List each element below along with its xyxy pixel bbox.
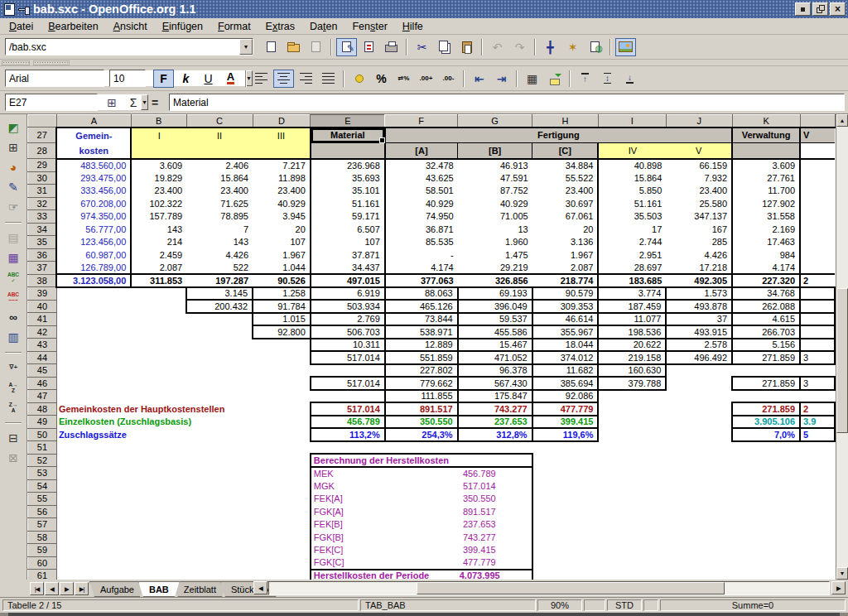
row-header-53[interactable]: 53	[28, 467, 57, 480]
row-header-50[interactable]: 50	[28, 428, 57, 441]
row-header-59[interactable]: 59	[28, 544, 57, 557]
cell-I37[interactable]: 28.697	[598, 262, 666, 275]
row-header-42[interactable]: 42	[28, 325, 57, 339]
calc-label-FGKA[interactable]: FGK[A]	[311, 505, 385, 518]
cell-F36[interactable]: -	[385, 248, 458, 262]
percent-format-button[interactable]: %	[371, 70, 392, 88]
cell-F50[interactable]: 254,3%	[385, 428, 458, 441]
cell-D27[interactable]: III	[253, 128, 311, 143]
navigator-icon[interactable]: ╋	[540, 38, 561, 56]
row-header-47[interactable]: 47	[28, 390, 57, 403]
cell-G38[interactable]: 326.856	[458, 274, 532, 287]
save-icon[interactable]	[306, 38, 326, 56]
cell-I48[interactable]	[598, 402, 666, 416]
row-label-50[interactable]: Zuschlagssätze	[56, 428, 310, 441]
formula-input[interactable]	[170, 94, 844, 110]
cell-K34[interactable]: 2.169	[732, 223, 800, 236]
cell-I45[interactable]: 160.630	[598, 364, 666, 378]
cell-H49[interactable]: 399.415	[532, 416, 599, 429]
cell-J40[interactable]: 493.878	[666, 300, 732, 313]
calc-value-MEK[interactable]: 456.789	[385, 467, 532, 480]
underline-button[interactable]: U	[198, 70, 219, 88]
cell-F29[interactable]: 32.478	[385, 159, 458, 172]
autofilter-icon[interactable]: ∇+	[2, 358, 24, 378]
cell-L42[interactable]	[800, 325, 835, 339]
cell-H42[interactable]: 355.967	[532, 325, 599, 339]
cell-F40[interactable]: 465.126	[385, 300, 458, 313]
cell-H28[interactable]: [C]	[532, 143, 599, 159]
row-header-36[interactable]: 36	[28, 248, 57, 262]
cell-E50[interactable]: 113,2%	[311, 428, 385, 441]
menu-item-datei[interactable]: Datei	[2, 19, 41, 34]
column-header-F[interactable]: F	[385, 115, 458, 128]
cell-J48[interactable]	[666, 402, 732, 416]
column-header-B[interactable]: B	[131, 115, 186, 128]
cell-L43[interactable]	[800, 339, 835, 352]
cell-D36[interactable]: 1.967	[253, 248, 311, 262]
cells-empty-left-40[interactable]	[56, 300, 186, 313]
sum-icon[interactable]: Σ	[123, 94, 143, 111]
cell-B29[interactable]: 3.609	[131, 159, 186, 172]
row-header-44[interactable]: 44	[28, 351, 57, 364]
cell-G50[interactable]: 312,8%	[458, 428, 532, 441]
cell-K49[interactable]: 3.905.106	[732, 416, 800, 429]
column-header-E[interactable]: E	[311, 115, 385, 128]
cell-H31[interactable]: 23.400	[532, 185, 599, 198]
cell-K33[interactable]: 31.558	[732, 210, 800, 224]
cells-empty-left-61[interactable]	[56, 570, 310, 580]
cell-L44[interactable]: 3	[800, 351, 835, 364]
calc-label-FGKB[interactable]: FGK[B]	[311, 531, 385, 544]
close-button[interactable]: ×	[830, 2, 846, 16]
column-header-H[interactable]: H	[532, 115, 599, 128]
row-header-51[interactable]: 51	[28, 441, 57, 455]
cell-F43[interactable]: 12.889	[385, 339, 458, 352]
row-header-31[interactable]: 31	[28, 185, 57, 198]
cell-E41[interactable]: 2.769	[311, 313, 385, 326]
cell-E33[interactable]: 59.171	[311, 210, 385, 224]
next-sheet-button[interactable]: ▶	[60, 582, 74, 595]
cell-H39[interactable]: 90.579	[532, 287, 599, 301]
cell-G39[interactable]: 69.193	[458, 287, 532, 301]
cell-F33[interactable]: 74.950	[385, 210, 458, 224]
cell-H30[interactable]: 55.522	[532, 171, 599, 185]
cells-empty-left-58[interactable]	[56, 531, 310, 544]
cell-J31[interactable]: 23.400	[666, 185, 732, 198]
cells-empty-right-56[interactable]	[532, 505, 835, 518]
cell-E44[interactable]: 517.014	[311, 351, 385, 364]
cell-C40[interactable]: 200.432	[186, 300, 253, 313]
cell-F44[interactable]: 551.859	[385, 351, 458, 364]
url-dropdown-arrow[interactable]: ▼	[239, 39, 253, 55]
cell-B36[interactable]: 2.459	[131, 248, 186, 262]
cell-I44[interactable]: 219.158	[598, 351, 666, 364]
calc-value-FEKC[interactable]: 399.415	[385, 544, 532, 557]
cells-empty-right-58[interactable]	[532, 531, 835, 544]
cell-J29[interactable]: 66.159	[666, 159, 732, 172]
cell-D38[interactable]: 90.526	[253, 274, 311, 287]
align-bottom-button[interactable]: ↓	[619, 70, 640, 88]
scroll-down-button[interactable]: ▼	[836, 567, 848, 580]
row-header-39[interactable]: 39	[28, 287, 57, 301]
italic-button[interactable]: k	[176, 70, 196, 88]
cell-J28[interactable]: V	[666, 143, 732, 159]
cell-E48[interactable]: 517.014	[311, 402, 385, 416]
row-header-49[interactable]: 49	[28, 416, 57, 429]
cell-J47[interactable]	[666, 390, 732, 403]
undo-icon[interactable]: ↶	[487, 38, 508, 56]
row-header-55[interactable]: 55	[28, 493, 57, 506]
background-color-button[interactable]	[544, 70, 565, 88]
calc-table-title[interactable]: Berechnung der Herstellkosten	[311, 454, 532, 467]
calc-value-FGKB[interactable]: 743.277	[385, 531, 532, 544]
cell-J32[interactable]: 25.580	[666, 197, 732, 210]
cell-K31[interactable]: 11.700	[732, 185, 800, 198]
row-header-27[interactable]: 27	[28, 128, 57, 143]
cell-E38[interactable]: 497.015	[311, 274, 385, 287]
cell-D35[interactable]: 107	[253, 236, 311, 249]
horizontal-scrollbar[interactable]	[268, 581, 830, 595]
column-header-D[interactable]: D	[253, 115, 311, 128]
cell-G40[interactable]: 396.049	[458, 300, 532, 313]
calc-label-FEKA[interactable]: FEK[A]	[311, 493, 385, 506]
cell-C34[interactable]: 7	[186, 223, 253, 236]
cell-J49[interactable]	[666, 416, 732, 429]
cell-F42[interactable]: 538.971	[385, 325, 458, 339]
cell-K48[interactable]: 271.859	[732, 402, 800, 416]
